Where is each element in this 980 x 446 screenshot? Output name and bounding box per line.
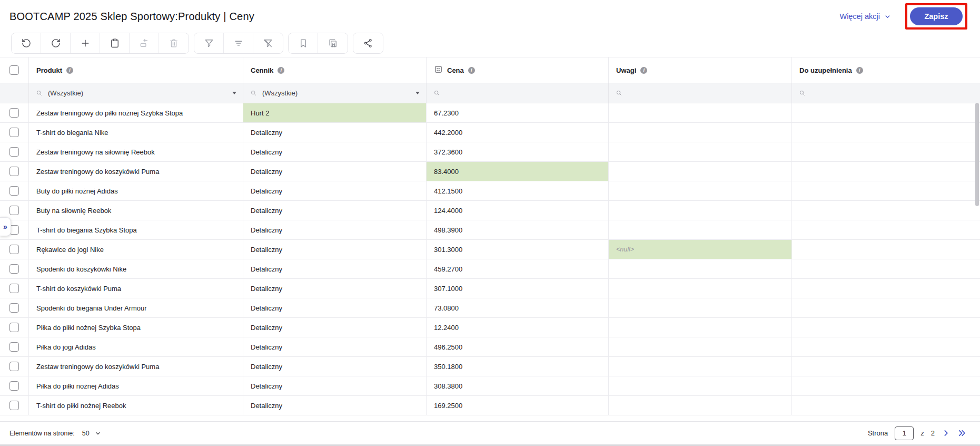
filter-uwagi-search[interactable] <box>609 83 792 103</box>
cell-cennik[interactable]: Detaliczny <box>243 240 427 259</box>
row-checkbox[interactable] <box>9 401 19 410</box>
per-page-select[interactable]: 50 <box>82 430 102 437</box>
cell-cennik[interactable]: Detaliczny <box>243 201 427 220</box>
cell-do-uzupelnienia[interactable] <box>792 240 980 259</box>
cell-cennik[interactable]: Detaliczny <box>243 357 427 376</box>
more-actions-button[interactable]: Więcej akcji <box>839 12 892 21</box>
cell-uwagi[interactable] <box>609 220 792 239</box>
row-checkbox[interactable] <box>9 245 19 254</box>
cell-cena[interactable]: 169.2500 <box>427 396 609 415</box>
select-all-checkbox[interactable] <box>9 65 19 75</box>
cell-produkt[interactable]: T-shirt do koszykówki Puma <box>29 279 243 298</box>
cell-cennik[interactable]: Detaliczny <box>243 298 427 317</box>
cell-produkt[interactable]: T-shirt do biegania Nike <box>29 123 243 142</box>
cell-do-uzupelnienia[interactable] <box>792 376 980 395</box>
cell-do-uzupelnienia[interactable] <box>792 298 980 317</box>
cell-cena[interactable]: 412.1500 <box>427 181 609 200</box>
undo-button[interactable] <box>12 33 41 53</box>
cell-produkt[interactable]: Spodenki do koszykówki Nike <box>29 259 243 278</box>
row-checkbox[interactable] <box>9 128 19 137</box>
paste-button[interactable] <box>100 33 130 53</box>
info-icon[interactable]: i <box>640 67 647 74</box>
cell-do-uzupelnienia[interactable] <box>792 103 980 122</box>
cell-cena[interactable]: 442.2000 <box>427 123 609 142</box>
delete-button[interactable] <box>159 33 189 53</box>
vertical-scrollbar-thumb[interactable] <box>975 103 979 206</box>
cell-uwagi[interactable]: <null> <box>609 240 792 259</box>
cell-cennik[interactable]: Detaliczny <box>243 396 427 415</box>
cell-produkt[interactable]: Piłka do jogi Adidas <box>29 337 243 356</box>
cell-do-uzupelnienia[interactable] <box>792 123 980 142</box>
filter-button[interactable] <box>194 33 224 53</box>
cell-uwagi[interactable] <box>609 298 792 317</box>
row-checkbox[interactable] <box>9 108 19 118</box>
cell-cennik[interactable]: Detaliczny <box>243 220 427 239</box>
cell-cennik[interactable]: Detaliczny <box>243 259 427 278</box>
cell-uwagi[interactable] <box>609 318 792 337</box>
cell-cena[interactable]: 372.3600 <box>427 142 609 161</box>
column-header-cena[interactable]: Cena i <box>427 57 609 83</box>
row-checkbox[interactable] <box>9 303 19 313</box>
cell-cena[interactable]: 67.2300 <box>427 103 609 122</box>
cell-cennik[interactable]: Detaliczny <box>243 337 427 356</box>
cell-do-uzupelnienia[interactable] <box>792 396 980 415</box>
filter-cena-search[interactable] <box>427 83 609 103</box>
next-page-button[interactable] <box>942 429 951 438</box>
cell-cena[interactable]: 308.3800 <box>427 376 609 395</box>
cell-cena[interactable]: 307.1000 <box>427 279 609 298</box>
column-header-produkt[interactable]: Produkt i <box>29 57 243 83</box>
cell-cena[interactable]: 83.4000 <box>427 162 609 181</box>
cell-cennik[interactable]: Hurt 2 <box>243 103 427 122</box>
cell-produkt[interactable]: Zestaw treningowy na siłownię Reebok <box>29 142 243 161</box>
cell-uwagi[interactable] <box>609 337 792 356</box>
row-checkbox[interactable] <box>9 186 19 196</box>
column-header-do-uzupelnienia[interactable]: Do uzupełnienia i <box>792 57 980 83</box>
cell-uwagi[interactable] <box>609 123 792 142</box>
filter-produkt-dropdown[interactable]: (Wszystkie) <box>29 83 243 103</box>
cell-do-uzupelnienia[interactable] <box>792 220 980 239</box>
info-icon[interactable]: i <box>66 67 73 74</box>
cell-cena[interactable]: 301.3000 <box>427 240 609 259</box>
cell-uwagi[interactable] <box>609 259 792 278</box>
row-checkbox[interactable] <box>9 206 19 215</box>
info-icon[interactable]: i <box>856 67 863 74</box>
cell-uwagi[interactable] <box>609 396 792 415</box>
cell-do-uzupelnienia[interactable] <box>792 181 980 200</box>
cell-cennik[interactable]: Detaliczny <box>243 318 427 337</box>
cell-produkt[interactable]: T-shirt do biegania Szybka Stopa <box>29 220 243 239</box>
filter-list-button[interactable] <box>224 33 253 53</box>
cell-uwagi[interactable] <box>609 103 792 122</box>
cell-cennik[interactable]: Detaliczny <box>243 181 427 200</box>
cell-cena[interactable]: 498.3900 <box>427 220 609 239</box>
cell-produkt[interactable]: Zestaw treningowy do piłki nożnej Szybka… <box>29 103 243 122</box>
cell-produkt[interactable]: T-shirt do piłki nożnej Reebok <box>29 396 243 415</box>
insert-row-button[interactable] <box>130 33 159 53</box>
cell-do-uzupelnienia[interactable] <box>792 259 980 278</box>
row-checkbox[interactable] <box>9 342 19 352</box>
cell-do-uzupelnienia[interactable] <box>792 279 980 298</box>
row-checkbox[interactable] <box>9 264 19 274</box>
cell-do-uzupelnienia[interactable] <box>792 357 980 376</box>
add-record-button[interactable] <box>71 33 100 53</box>
cell-do-uzupelnienia[interactable] <box>792 318 980 337</box>
column-header-cennik[interactable]: Cennik i <box>243 57 427 83</box>
cell-cennik[interactable]: Detaliczny <box>243 162 427 181</box>
cell-produkt[interactable]: Spodenki do biegania Under Armour <box>29 298 243 317</box>
cell-produkt[interactable]: Piłka do piłki nożnej Szybka Stopa <box>29 318 243 337</box>
row-checkbox[interactable] <box>9 381 19 391</box>
column-header-uwagi[interactable]: Uwagi i <box>609 57 792 83</box>
cell-produkt[interactable]: Buty do piłki nożnej Adidas <box>29 181 243 200</box>
share-button[interactable] <box>353 33 383 53</box>
cell-produkt[interactable]: Piłka do piłki nożnej Adidas <box>29 376 243 395</box>
cell-uwagi[interactable] <box>609 162 792 181</box>
redo-button[interactable] <box>41 33 71 53</box>
row-checkbox[interactable] <box>9 323 19 332</box>
row-checkbox[interactable] <box>9 284 19 293</box>
info-icon[interactable]: i <box>468 67 475 74</box>
cell-do-uzupelnienia[interactable] <box>792 201 980 220</box>
cell-uwagi[interactable] <box>609 181 792 200</box>
cell-cennik[interactable]: Detaliczny <box>243 376 427 395</box>
cell-uwagi[interactable] <box>609 142 792 161</box>
cell-produkt[interactable]: Rękawice do jogi Nike <box>29 240 243 259</box>
page-number-input[interactable]: 1 <box>895 426 914 440</box>
